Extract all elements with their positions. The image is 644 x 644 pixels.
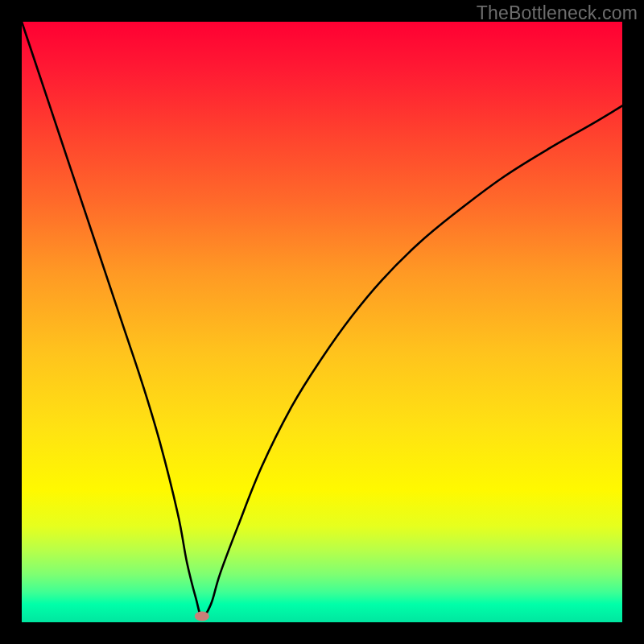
min-marker (195, 612, 209, 621)
watermark-text: TheBottleneck.com (477, 2, 638, 24)
chart-svg (22, 22, 622, 622)
bottleneck-curve (22, 22, 622, 617)
chart-frame: TheBottleneck.com (0, 0, 644, 644)
